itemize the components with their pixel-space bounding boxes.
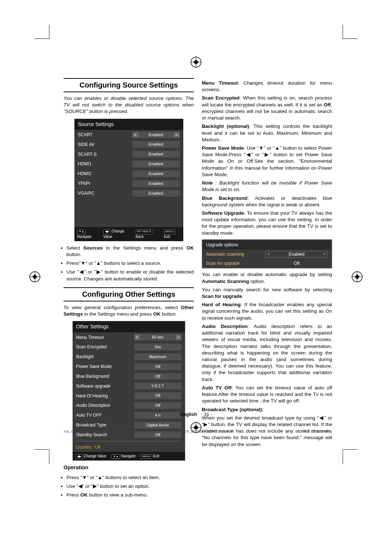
footer-page-number: - 31 - — [201, 412, 212, 417]
osd-row-value: Enabled — [138, 131, 174, 138]
footer-key-icon: MENU — [164, 230, 176, 234]
crop-mark — [34, 39, 49, 39]
osd-footer-item: MENUExit — [164, 229, 180, 239]
right-arrow-icon[interactable]: > — [176, 335, 181, 340]
osd-row-label: Power Save Mode — [76, 364, 134, 369]
list-item: Use "◀" or "▶" button to set an option. — [66, 483, 194, 490]
left-arrow-icon[interactable]: < — [266, 252, 271, 257]
osd-row-label: HDMI1 — [78, 161, 132, 167]
crop-mark — [343, 39, 358, 39]
osd-row-value: Off — [140, 392, 176, 399]
osd-row-label: Scan Encrypted — [76, 344, 134, 350]
osd-footer: ▼▲Navigate◀▶Change ValueRET/BACKBackMENU… — [74, 227, 183, 241]
imprint-timestamp: 03.08.2011 08:49:04 — [302, 430, 332, 433]
crop-mark — [49, 25, 49, 39]
osd-row[interactable]: SIDE AV < Enabled > — [74, 139, 183, 149]
osd-row-value: Digital Aerial — [140, 422, 176, 429]
other-intro-text: To view general configuration preference… — [64, 304, 194, 317]
osd-row-label: Broadcast Type — [76, 422, 134, 428]
list-item: Press OK button to view a sub-menu. — [66, 492, 194, 498]
section-title-other: Configuring Other Settings — [64, 287, 194, 301]
operation-heading: Operation — [64, 464, 194, 471]
page-content: Configuring Source Settings You can enab… — [64, 78, 332, 504]
osd-row[interactable]: Audio Description < Off > — [73, 401, 185, 410]
osd-row[interactable]: Broadcast Type < Digital Aerial > — [73, 420, 185, 430]
osd-row[interactable]: Scan for upgrade OK — [203, 259, 331, 268]
osd-row[interactable]: YPbPr < Enabled > — [74, 179, 183, 189]
osd-row-label: VGA/PC — [78, 190, 132, 196]
osd-row-label: Hard Of Hearing — [76, 393, 134, 399]
osd-row-value: Enabled — [271, 251, 322, 257]
list-item: Use "◀" or "▶" button to enable or disab… — [66, 269, 194, 282]
desc-audio-description: Audio Description: Audio description ref… — [202, 323, 332, 383]
osd-title: Other Settings — [73, 321, 185, 332]
registration-mark-left-icon — [29, 271, 41, 284]
right-arrow-icon[interactable]: > — [174, 132, 180, 138]
osd-row-value: V.0.2.7 — [140, 382, 176, 389]
osd-row[interactable]: Automatic scanning < Enabled > — [203, 250, 331, 259]
osd-footer: ◀▶Change Value▼▲NavigateMENUExit — [73, 452, 185, 461]
osd-row-label: Audio Description — [76, 402, 134, 408]
osd-row[interactable]: Blue Background < Off > — [73, 372, 185, 381]
footer-key-icon: MENU — [140, 454, 152, 459]
list-item: Press "▼" or "▲" buttons to select an it… — [66, 474, 194, 481]
osd-row-label: HDMI2 — [78, 171, 132, 177]
desc-software-upgrade: Software Upgrade: To ensure that your TV… — [202, 210, 332, 236]
right-arrow-icon[interactable]: > — [322, 252, 327, 257]
osd-row[interactable]: HDMI2 < Enabled > — [74, 169, 183, 179]
osd-row-value: Enabled — [138, 170, 174, 177]
other-settings-osd: Other Settings Menu Timeout < 60 sec > S… — [73, 321, 185, 461]
osd-row-label: YPbPr — [78, 181, 132, 186]
osd-row-value: OK — [266, 260, 328, 266]
osd-row-label: Menu Timeout — [76, 335, 134, 340]
osd-row[interactable]: Power Save Mode < Off > — [73, 362, 185, 372]
operation-instructions: Press "▼" or "▲" buttons to select an it… — [64, 474, 194, 499]
footer-language: English — [180, 412, 197, 417]
osd-row[interactable]: HDMI1 < Enabled > — [74, 159, 183, 169]
osd-row-value: Enabled — [138, 151, 174, 158]
source-settings-osd: Source Settings SCART < Enabled > SIDE A… — [74, 119, 183, 241]
osd-row-value: Enabled — [138, 180, 174, 187]
imprint-filename: A01_MB60_[GB]_1910UK_IDTV_TC_PVR_NICKEL1… — [64, 430, 233, 433]
desc-menu-timeout: Menu Timeout: Changes timeout duration f… — [202, 80, 332, 93]
osd-row[interactable]: Backlight < Maximum > — [73, 352, 185, 362]
registration-mark-right-icon — [351, 271, 363, 284]
osd-row-label: SCART-S — [78, 151, 132, 157]
osd-title: Source Settings — [74, 119, 183, 130]
osd-row-value: Off — [140, 373, 176, 380]
osd-footer-item: ◀▶Change Value — [75, 454, 107, 459]
source-instructions: Select Sources in the Settings menu and … — [64, 245, 194, 282]
source-intro-text: You can enables or disable selected sour… — [64, 95, 194, 115]
footer-key-icon: ◀▶ — [75, 454, 83, 459]
osd-row-value: Enabled — [138, 141, 174, 148]
osd-row[interactable]: Scan Encrypted < Yes > — [73, 342, 185, 352]
osd-title: Upgrade options — [203, 240, 331, 250]
osd-row[interactable]: SCART-S < Enabled > — [74, 149, 183, 159]
osd-row[interactable]: VGA/PC < Enabled > — [74, 189, 183, 198]
osd-row-value: Enabled — [138, 190, 174, 197]
osd-row[interactable]: Software upgrade < V.0.2.7 > — [73, 381, 185, 391]
desc-scan-for-upgrade: You can manually search for new software… — [202, 287, 332, 300]
crop-mark — [49, 450, 49, 464]
osd-row[interactable]: SCART < Enabled > — [74, 130, 183, 140]
osd-row-label: Backlight — [76, 354, 134, 360]
osd-footer-item: RET/BACKBack — [136, 229, 159, 239]
osd-row-label: Scan for upgrade — [206, 260, 266, 266]
desc-hard-of-hearing: Hard of Hearing: If the broadcaster enab… — [202, 301, 332, 321]
left-arrow-icon[interactable]: < — [132, 132, 138, 138]
footer-key-icon: ▼▲ — [111, 454, 120, 459]
osd-row-label: Software upgrade — [76, 383, 134, 389]
footer-key-icon: ▼▲ — [77, 230, 86, 234]
left-arrow-icon[interactable]: < — [134, 335, 140, 340]
right-column: Menu Timeout: Changes timeout duration f… — [202, 78, 332, 504]
osd-footer-item: ◀▶Change Value — [103, 229, 131, 239]
osd-country: Country : UK — [73, 443, 185, 451]
desc-auto-tv-off: Auto TV Off: You can set the timeout val… — [202, 385, 332, 405]
osd-footer-item: MENUExit — [140, 454, 159, 459]
osd-row[interactable]: Menu Timeout < 60 sec > — [73, 332, 185, 342]
footer-key-icon: ◀▶ — [103, 230, 111, 234]
osd-row-label: Automatic scanning — [206, 251, 265, 257]
note-backlight: Note : Backlight function will be invisi… — [202, 180, 332, 193]
osd-row-value: Off — [140, 402, 176, 409]
osd-row[interactable]: Hard Of Hearing < Off > — [73, 391, 185, 401]
